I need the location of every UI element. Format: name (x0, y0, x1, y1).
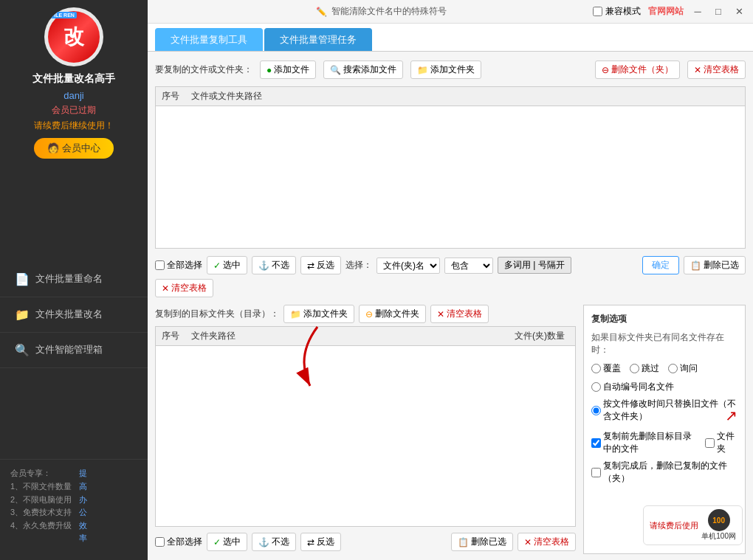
sidebar-bottom: 会员专享： 1、不限文件数量 2、不限电脑使用 3、免费技术支持 4、永久免费升… (0, 459, 148, 553)
add-file-button[interactable]: ● 添加文件 (260, 61, 316, 79)
select-type-dropdown[interactable]: 文件(夹)名 路径 (376, 257, 440, 274)
upper-file-table: 序号 文件或文件夹路径 (155, 86, 746, 249)
app-logo: FILE REN 改 (44, 7, 103, 66)
clear-bottom-icon: ✕ (524, 537, 532, 547)
select-all-bottom-checkbox[interactable]: 全部选择 (155, 536, 202, 548)
sidebar-tips: 会员专享： 1、不限文件数量 2、不限电脑使用 3、免费技术支持 4、永久免费升… (10, 467, 72, 532)
select-condition-dropdown[interactable]: 包含 不包含 (444, 257, 493, 274)
lower-col-count: 文件(夹)数量 (510, 330, 569, 342)
dest-add-folder-button[interactable]: 📁 添加文件夹 (283, 305, 354, 323)
tab-copy-tool[interactable]: 文件批量复制工具 (155, 28, 263, 51)
delete-selected-top-button[interactable]: 📋 删除已选 (684, 256, 746, 274)
bottom-controls-top: 全部选择 ✓ 选中 ⚓ 不选 ⇄ 反选 选择： 文件(夹)名 路径 包含 不包含 (155, 253, 746, 300)
search-icon: 🔍 (330, 65, 341, 75)
logo-icon: FILE REN 改 (48, 11, 100, 63)
delete-sel-icon: 📋 (690, 260, 701, 271)
clear-table-top-button[interactable]: ✕ 清空表格 (155, 279, 213, 297)
exchange-bottom-icon: ⇄ (307, 537, 314, 547)
lower-table-body[interactable] (156, 346, 575, 526)
option-delete-before-copy[interactable]: 复制前先删除目标目录中的文件 文件夹 (591, 430, 737, 455)
upper-table-header: 序号 文件或文件夹路径 (156, 87, 745, 106)
col-path-header: 文件或文件夹路径 (191, 90, 739, 103)
sidebar-nav: 📄 文件批量重命名 📁 文件夹批量改名 🔍 文件智能管理箱 (0, 262, 148, 368)
deselect-bottom-button[interactable]: ⚓ 不选 (252, 533, 296, 551)
dest-delete-folder-button[interactable]: ⊖ 删除文件夹 (359, 305, 426, 323)
same-file-radio-group: 覆盖 跳过 询问 (591, 362, 737, 375)
dest-minus-icon: ⊖ (365, 309, 373, 319)
title-text: 智能清除文件名中的特殊符号 (331, 5, 447, 18)
option-auto-number[interactable]: 自动编号同名文件 (591, 381, 737, 393)
clear-icon: ✕ (694, 65, 701, 75)
sidebar-item-manager-label: 文件智能管理箱 (35, 343, 103, 356)
clear-table-button[interactable]: ✕ 清空表格 (687, 61, 746, 79)
toolbar-top: 要复制的文件或文件夹： ● 添加文件 🔍 搜索添加文件 📁 添加文件夹 ⊖ 删除… (155, 58, 746, 82)
left-section: 复制到的目标文件夹（目录）： 📁 添加文件夹 ⊖ 删除文件夹 ✕ 清空表格 (155, 305, 576, 554)
manager-icon: 🔍 (15, 343, 30, 357)
anchor-icon: ⚓ (258, 260, 269, 271)
confirm-button[interactable]: 确定 (642, 256, 679, 274)
efficiency-label: 提高办公效率 (79, 467, 87, 545)
upper-table-body[interactable] (156, 106, 745, 248)
folder-add-icon: 📁 (417, 65, 428, 75)
continue-label: 请续费后继续使用！ (34, 120, 114, 132)
exchange-icon: ⇄ (307, 260, 314, 271)
main-content: ✏️ 智能清除文件名中的特殊符号 兼容模式 官网网站 ─ □ ✕ 文件批量复制工… (148, 0, 753, 560)
tab-bar: 文件批量复制工具 文件批量管理任务 (148, 24, 753, 52)
content-area: 要复制的文件或文件夹： ● 添加文件 🔍 搜索添加文件 📁 添加文件夹 ⊖ 删除… (148, 52, 753, 560)
compat-mode: 兼容模式 (593, 5, 641, 18)
rename-icon: 📄 (15, 272, 30, 286)
copy-options-title: 复制选项 (591, 313, 737, 325)
bottom-controls-bottom: 全部选择 ✓ 选中 ⚓ 不选 ⇄ 反选 (155, 530, 576, 554)
sidebar-item-rename-label: 文件批量重命名 (35, 272, 103, 286)
title-bar: ✏️ 智能清除文件名中的特殊符号 兼容模式 官网网站 ─ □ ✕ (148, 0, 753, 24)
toolbar-top-label: 要复制的文件或文件夹： (155, 63, 252, 76)
multi-sep-button[interactable]: 多词用 | 号隔开 (498, 257, 571, 274)
option-replace-by-time[interactable]: 按文件修改时间只替换旧文件（不含文件夹） (591, 398, 737, 423)
sidebar-item-rename[interactable]: 📄 文件批量重命名 (0, 262, 148, 297)
tab-manage-tasks[interactable]: 文件批量管理任务 (264, 28, 372, 51)
title-center: ✏️ 智能清除文件名中的特殊符号 (316, 5, 447, 18)
dest-clear-table-button[interactable]: ✕ 清空表格 (430, 305, 489, 323)
anchor-bottom-icon: ⚓ (258, 537, 269, 547)
deselect-button[interactable]: ⚓ 不选 (252, 256, 296, 274)
compat-checkbox[interactable] (593, 7, 602, 16)
add-file-icon: ● (267, 65, 272, 75)
invert-button[interactable]: ⇄ 反选 (300, 256, 341, 274)
pencil-icon: ✏️ (316, 7, 327, 17)
delete-selected-bottom-button[interactable]: 📋 删除已选 (451, 533, 513, 551)
vip-center-button[interactable]: 🧑 会员中心 (34, 138, 114, 159)
title-right: 兼容模式 官网网站 ─ □ ✕ (593, 5, 746, 18)
watermark-site: 单机100网 (701, 531, 736, 542)
lower-col-path: 文件夹路径 (191, 330, 510, 342)
search-add-file-button[interactable]: 🔍 搜索添加文件 (323, 61, 403, 79)
dest-label: 复制到的目标文件夹（目录）： (155, 308, 279, 320)
option-delete-folder-checkbox[interactable] (705, 438, 715, 448)
maximize-button[interactable]: □ (712, 5, 725, 18)
lower-col-num: 序号 (162, 330, 191, 342)
option-delete-after-copy[interactable]: 复制完成后，删除已复制的文件（夹） (591, 460, 737, 485)
radio-skip[interactable]: 跳过 (630, 362, 659, 375)
check-icon: ✓ (213, 260, 221, 271)
close-button[interactable]: ✕ (732, 5, 746, 18)
dest-folder-icon: 📁 (290, 309, 301, 319)
select-button[interactable]: ✓ 选中 (207, 256, 247, 274)
app-title: 文件批量改名高手 (32, 72, 115, 86)
clear-sel-icon: ✕ (162, 283, 169, 294)
official-site-link[interactable]: 官网网站 (648, 5, 684, 18)
sidebar-item-folder-rename-label: 文件夹批量改名 (35, 308, 103, 321)
col-num-header: 序号 (162, 90, 191, 103)
delete-item-button[interactable]: ⊖ 删除文件（夹） (595, 61, 680, 79)
clear-table-bottom-button[interactable]: ✕ 清空表格 (518, 533, 576, 551)
select-all-checkbox[interactable]: 全部选择 (155, 259, 202, 272)
invert-bottom-button[interactable]: ⇄ 反选 (300, 533, 341, 551)
sidebar-item-manager[interactable]: 🔍 文件智能管理箱 (0, 333, 148, 368)
minimize-button[interactable]: ─ (691, 5, 704, 18)
select-label: 选择： (345, 259, 372, 272)
add-folder-button[interactable]: 📁 添加文件夹 (410, 61, 481, 79)
sidebar-item-folder-rename[interactable]: 📁 文件夹批量改名 (0, 297, 148, 333)
check-bottom-icon: ✓ (213, 537, 221, 547)
radio-ask[interactable]: 询问 (668, 362, 698, 375)
radio-overwrite[interactable]: 覆盖 (591, 362, 621, 375)
select-bottom-button[interactable]: ✓ 选中 (207, 533, 247, 551)
watermark-text: 请续费后使用 (650, 520, 698, 531)
